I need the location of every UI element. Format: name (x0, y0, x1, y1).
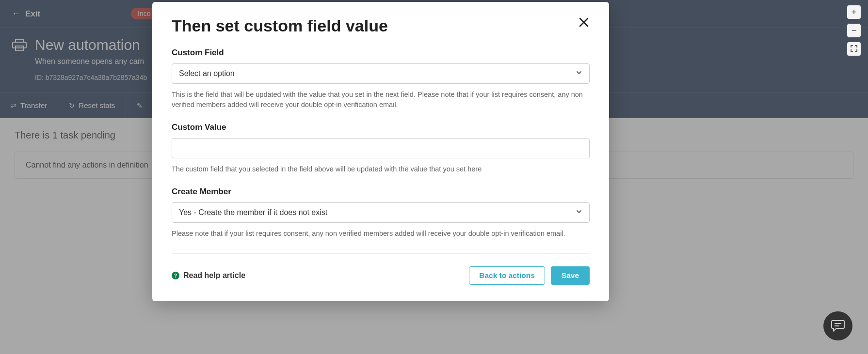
back-to-actions-button[interactable]: Back to actions (469, 266, 545, 285)
custom-field-help: This is the field that will be updated w… (172, 90, 590, 110)
custom-field-label: Custom Field (172, 48, 590, 58)
create-member-selected: Yes - Create the member if it does not e… (179, 208, 327, 217)
create-member-help: Please note that if your list requires c… (172, 229, 590, 239)
zoom-controls: + − (847, 5, 861, 56)
plus-icon: + (852, 7, 857, 17)
custom-value-group: Custom Value The custom field that you s… (172, 123, 590, 174)
custom-field-select[interactable]: Select an option (172, 63, 590, 84)
custom-field-group: Custom Field Select an option This is th… (172, 48, 590, 110)
minus-icon: − (852, 26, 857, 36)
create-member-select[interactable]: Yes - Create the member if it does not e… (172, 202, 590, 223)
chat-button[interactable] (823, 311, 852, 340)
help-article-link[interactable]: ? Read help article (172, 271, 245, 280)
chevron-down-icon (576, 208, 582, 217)
fullscreen-button[interactable] (847, 42, 861, 56)
question-icon: ? (172, 272, 179, 279)
expand-icon (851, 44, 857, 54)
zoom-out-button[interactable]: − (847, 23, 861, 38)
help-article-label: Read help article (183, 271, 245, 280)
custom-field-modal: Then set custom field value Custom Field… (152, 2, 609, 301)
save-button[interactable]: Save (551, 266, 590, 285)
custom-field-selected: Select an option (179, 69, 235, 78)
custom-value-input[interactable] (172, 138, 590, 158)
custom-value-help: The custom field that you selected in th… (172, 164, 590, 174)
zoom-in-button[interactable]: + (847, 5, 861, 19)
create-member-group: Create Member Yes - Create the member if… (172, 187, 590, 239)
modal-divider (172, 253, 590, 254)
close-button[interactable] (578, 16, 590, 30)
custom-value-label: Custom Value (172, 123, 590, 132)
chevron-down-icon (576, 69, 582, 78)
create-member-label: Create Member (172, 187, 590, 197)
chat-icon (831, 318, 845, 334)
modal-title: Then set custom field value (172, 16, 388, 35)
close-icon (578, 21, 590, 30)
